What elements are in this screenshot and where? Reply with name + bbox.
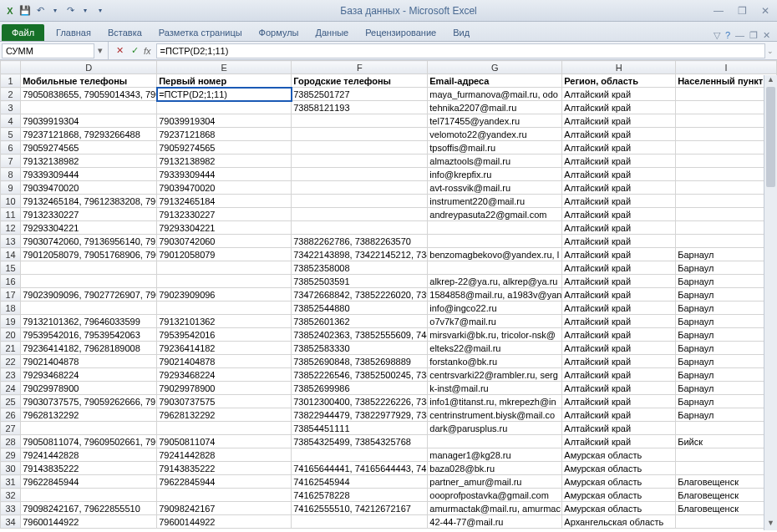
cell[interactable]: 79132330227 [157,208,292,221]
header-cell[interactable]: Мобильные телефоны [21,74,157,88]
cell[interactable]: 79132101362 [157,315,292,328]
cell[interactable]: maya_furmanova@mail.ru, odo [428,88,562,101]
cell[interactable]: 79241442828 [157,448,292,462]
cell[interactable]: Алтайский край [562,155,676,168]
cell[interactable]: almaztools@mail.ru [428,155,562,168]
tab-data[interactable]: Данные [307,24,357,41]
cell[interactable]: k-inst@mail.ru [428,382,562,395]
cell[interactable]: Благовещенск [676,489,777,502]
tab-review[interactable]: Рецензирование [357,24,444,41]
row-header[interactable]: 18 [1,301,21,315]
cell[interactable]: 79059274565 [21,141,157,155]
cell[interactable]: 79293468224 [21,368,157,382]
cell[interactable]: 73472668842, 73852226020, 7391 [292,288,428,301]
row-header[interactable]: 32 [1,489,21,502]
cell[interactable] [21,275,157,288]
row-header[interactable]: 21 [1,342,21,355]
cell[interactable]: Алтайский край [562,328,676,342]
cell[interactable]: Барнаул [676,355,777,368]
cell[interactable]: 79236414182 [157,342,292,355]
cell[interactable] [676,422,777,435]
cell[interactable] [21,301,157,315]
cell[interactable]: 79050811074 [157,435,292,448]
row-header[interactable]: 27 [1,422,21,435]
cell[interactable]: 79132330227 [21,208,157,221]
cell[interactable] [676,101,777,114]
cell[interactable]: centrsvarki22@rambler.ru, serg [428,368,562,382]
row-header[interactable]: 28 [1,435,21,448]
cell[interactable]: =ПСТР(D2;1;11) [157,88,292,101]
tab-view[interactable]: Вид [444,24,478,41]
save-icon[interactable]: 💾 [18,4,32,18]
cell[interactable]: 79098242167, 79622855510 [21,502,157,515]
cell[interactable]: centrinstrument.biysk@mail.co [428,408,562,422]
row-header[interactable]: 29 [1,448,21,462]
col-header-G[interactable]: G [428,61,562,74]
cell[interactable]: Алтайский край [562,382,676,395]
minimize-button[interactable]: — [710,4,727,18]
row-header[interactable]: 2 [1,88,21,101]
help-icon[interactable]: ? [725,30,730,41]
cell[interactable]: avt-rossvik@mail.ru [428,181,562,195]
ribbon-minimize-icon[interactable]: ▽ [714,30,720,41]
cell[interactable]: 79050811074, 79609502661, 7962 [21,435,157,448]
cell[interactable]: Барнаул [676,395,777,408]
cell[interactable]: 73852402363, 73852555609, 7487 [292,328,428,342]
cell[interactable] [676,128,777,141]
row-header[interactable]: 7 [1,155,21,168]
cell[interactable] [676,155,777,168]
row-header[interactable]: 13 [1,235,21,248]
cell[interactable]: Архангельская область [562,515,676,529]
row-header[interactable]: 16 [1,275,21,288]
cell[interactable]: Алтайский край [562,141,676,155]
cell[interactable] [428,235,562,248]
cell[interactable]: velomoto22@yandex.ru [428,128,562,141]
cell[interactable] [676,141,777,155]
cell[interactable] [21,101,157,114]
cell[interactable]: 79628132292 [21,408,157,422]
cell[interactable]: 74162555510, 74212672167 [292,502,428,515]
row-header[interactable]: 1 [1,74,21,88]
cell[interactable]: manager1@kg28.ru [428,448,562,462]
cell[interactable]: Барнаул [676,408,777,422]
cell[interactable]: 79030742060, 79136956140, 7923 [21,235,157,248]
cell[interactable]: 73852544880 [292,301,428,315]
cell[interactable] [676,88,777,101]
cell[interactable]: 79098242167 [157,502,292,515]
header-cell[interactable]: Email-адреса [428,74,562,88]
cell[interactable] [292,141,428,155]
cell[interactable]: 73852690848, 73852698889 [292,355,428,368]
cell[interactable]: 79339309444 [21,168,157,181]
cell[interactable] [676,462,777,475]
cell[interactable] [676,114,777,128]
cell[interactable]: 79132465184, 79612383208, 7963 [21,195,157,208]
cell[interactable]: dark@parusplus.ru [428,422,562,435]
qat-customize-icon[interactable]: ▾ [94,4,107,18]
cell[interactable]: 79039919304 [157,114,292,128]
cell[interactable] [292,221,428,235]
cell[interactable]: Алтайский край [562,128,676,141]
row-header[interactable]: 25 [1,395,21,408]
cell[interactable] [676,168,777,181]
row-header[interactable]: 6 [1,141,21,155]
cell[interactable]: Алтайский край [562,368,676,382]
cell[interactable]: Барнаул [676,248,777,261]
cell[interactable]: 79050838655, 79059014343, 7905 [21,88,157,101]
cell[interactable]: Благовещенск [676,475,777,489]
col-header-H[interactable]: H [562,61,676,74]
name-box-dropdown-icon[interactable]: ▾ [94,45,106,56]
cell[interactable]: Благовещенск [676,502,777,515]
cell[interactable]: 79030742060 [157,235,292,248]
cell[interactable]: info@krepfix.ru [428,168,562,181]
cell[interactable]: 73854325499, 73854325768 [292,435,428,448]
cell[interactable]: alkrep-22@ya.ru, alkrep@ya.ru [428,275,562,288]
cell[interactable]: 73852358008 [292,261,428,275]
cell[interactable]: Амурская область [562,489,676,502]
cell[interactable]: 79237121868 [157,128,292,141]
cell[interactable]: 79039470020 [21,181,157,195]
cell[interactable]: Барнаул [676,368,777,382]
cell[interactable]: 42-44-77@mail.ru [428,515,562,529]
cell[interactable]: 79132101362, 79646033599 [21,315,157,328]
cell[interactable]: 79039470020 [157,181,292,195]
cell[interactable]: Алтайский край [562,435,676,448]
